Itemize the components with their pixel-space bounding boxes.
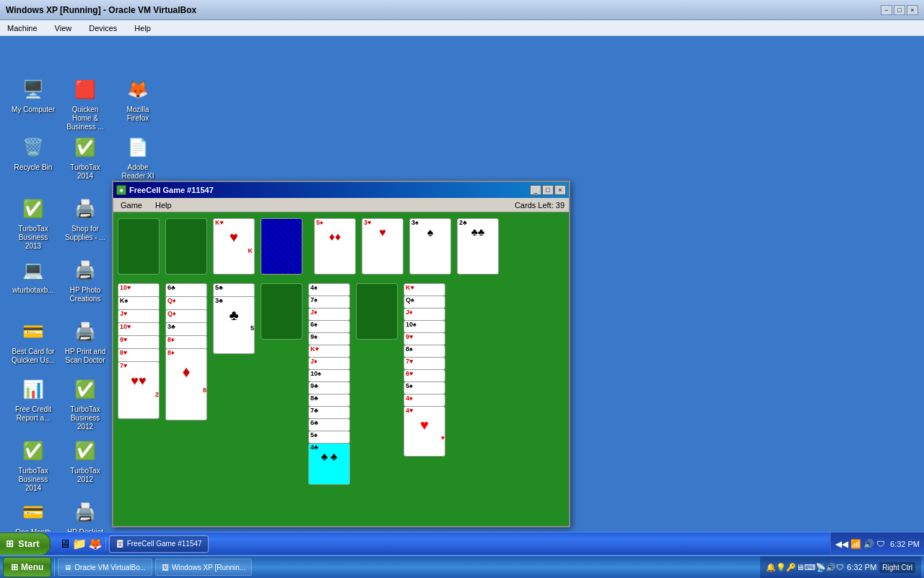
freecell-cell-2[interactable] — [165, 218, 207, 275]
vbox-close-btn[interactable]: × — [907, 5, 918, 15]
desktop-icon-firefox[interactable]: 🦊 Mozilla Firefox — [112, 72, 164, 126]
card-5d[interactable]: 5♦ ♦♦ — [314, 218, 356, 275]
outer-start-btn[interactable]: ⊞ Menu — [3, 557, 51, 577]
col5-card12[interactable]: 6♣ — [308, 418, 350, 431]
col5-card3[interactable]: J♦ — [308, 308, 350, 321]
vbox-menu-machine[interactable]: Machine — [3, 22, 42, 34]
card-3s[interactable]: 3♠ ♠ — [409, 218, 451, 275]
vbox-menu-view[interactable]: View — [51, 22, 77, 34]
col2-card1[interactable]: 6♣ — [165, 283, 207, 298]
right-ctrl-label[interactable]: Right Ctrl — [879, 562, 915, 573]
col5-card13[interactable]: 5♠ — [308, 431, 350, 444]
col2-card4[interactable]: 3♣ — [165, 322, 207, 337]
desktop-icon-bestcard[interactable]: 💳 Best Card for Quicken Us... — [7, 314, 59, 368]
desktop-icon-adobe[interactable]: 📄 Adobe Reader XI — [112, 130, 164, 184]
desktop-icon-my-computer[interactable]: 🖥️ My Computer — [7, 72, 59, 117]
vbox-restore-btn[interactable]: □ — [894, 5, 905, 15]
col7-card9[interactable]: 5♠ — [404, 381, 445, 394]
ql-icon-3[interactable]: 🦊 — [88, 537, 103, 551]
col7-card6[interactable]: 8♠ — [404, 345, 445, 358]
freecell-minimize[interactable]: _ — [530, 185, 541, 195]
ql-icon-1[interactable]: 🖥 — [59, 538, 71, 551]
xp-start-btn[interactable]: ⊞ Start — [0, 532, 51, 556]
start-label: Start — [18, 538, 40, 549]
fc-menu-help[interactable]: Help — [152, 200, 175, 210]
freecell-close[interactable]: × — [554, 185, 566, 195]
desktop-icon-quicken[interactable]: 🟥 Quicken Home & Business ... — [59, 72, 111, 134]
outer-tb-wxp[interactable]: 🖼 Windows XP [Runnin... — [155, 558, 252, 576]
desktop-icon-turbotax12[interactable]: ✅ TurboTax 2012 — [59, 434, 111, 487]
tray-arrows[interactable]: ◀◀ — [835, 539, 848, 549]
col5-card14[interactable]: 4♣♣ ♣ — [308, 443, 350, 485]
freecell-titlebar[interactable]: ♣ FreeCell Game #11547 _ □ × — [113, 182, 569, 198]
freecell-game-area[interactable]: K♥ ♥ K 5♦ ♦♦ 3♥ ♥ 3♠ ♠ — [113, 212, 569, 526]
col2-card2[interactable]: Q♦ — [165, 296, 207, 311]
desktop-icon-hpphoto[interactable]: 🖨️ HP Photo Creations — [59, 253, 111, 306]
col5-card9[interactable]: 9♣ — [308, 381, 350, 394]
col5-card2[interactable]: 7♠ — [308, 296, 350, 309]
desktop-icon-wturbotaxb[interactable]: 💻 wturbotaxb... — [7, 253, 59, 298]
col7-card4[interactable]: 10♠ — [404, 320, 445, 333]
col5-card10[interactable]: 8♣ — [308, 394, 350, 407]
col6-empty[interactable] — [356, 283, 398, 340]
desktop-icon-hpprint[interactable]: 🖨️ HP Print and Scan Doctor — [59, 314, 111, 368]
col1-card4[interactable]: 10♥ — [118, 322, 160, 337]
col7-card3[interactable]: J♦ — [404, 308, 445, 321]
tray-sound[interactable]: 🔊 — [863, 539, 874, 549]
col7-card1[interactable]: K♥ — [404, 283, 445, 296]
desktop-icon-recycle[interactable]: 🗑️ Recycle Bin — [7, 130, 59, 175]
desktop-icon-turbotaxbiz13[interactable]: ✅ TurboTax Business 2013 — [7, 191, 59, 254]
col5-card7[interactable]: J♦ — [308, 357, 350, 370]
desktop-icon-turbotax14[interactable]: ✅ TurboTax 2014 — [59, 130, 111, 184]
col5-card8[interactable]: 10♠ — [308, 369, 350, 382]
ql-icon-2[interactable]: 📁 — [72, 537, 87, 551]
icon-img-turbotaxbiz12: ✅ — [71, 375, 100, 404]
col1-card7[interactable]: 7♥♥♥2 — [118, 361, 160, 419]
icon-img-recycle: 🗑️ — [19, 133, 48, 162]
vbox-minimize-btn[interactable]: − — [881, 5, 892, 15]
col7-card2[interactable]: Q♠ — [404, 296, 445, 309]
col3-card2[interactable]: 3♣♣5 — [213, 296, 255, 354]
tray-security[interactable]: 🛡 — [876, 539, 885, 549]
card-3h[interactable]: 3♥ ♥ — [362, 218, 404, 275]
col7-card10[interactable]: 4♠ — [404, 394, 445, 407]
icon-img-onemonth: 💳 — [19, 498, 48, 527]
desktop-icon-turbotaxbiz12[interactable]: ✅ TurboTax Business 2012 — [59, 372, 111, 434]
col1-card2[interactable]: K♠ — [118, 296, 160, 311]
freecell-restore[interactable]: □ — [542, 185, 554, 195]
col3-card1[interactable]: 5♣ — [213, 283, 255, 298]
desktop-icon-freecredit[interactable]: 📊 Free Credit Report a... — [7, 372, 59, 426]
col5-card5[interactable]: 9♠ — [308, 332, 350, 345]
col2-card5[interactable]: 8♦ — [165, 335, 207, 350]
col4-empty[interactable] — [261, 283, 302, 340]
col1-card3[interactable]: J♥ — [118, 309, 160, 324]
col2-card3[interactable]: Q♦ — [165, 309, 207, 324]
col1-card1[interactable]: 10♥ — [118, 283, 160, 298]
outer-tb-vbox[interactable]: 🖥 Oracle VM VirtualBo... — [58, 558, 152, 576]
col2-card6[interactable]: 8♦♦8 — [165, 348, 207, 420]
col7-card11[interactable]: 4♥♥♥ — [404, 406, 445, 457]
desktop: 🖥️ My Computer 🟥 Quicken Home & Business… — [0, 36, 924, 555]
desktop-icon-shopsupp[interactable]: 🖨️ Shop for Supplies - ... — [59, 191, 111, 245]
vbox-menu-help[interactable]: Help — [130, 22, 155, 34]
col7-card5[interactable]: 9♥ — [404, 332, 445, 345]
col5-card6[interactable]: K♥ — [308, 345, 350, 358]
col7-card7[interactable]: 7♥ — [404, 357, 445, 370]
col5-card11[interactable]: 7♣ — [308, 406, 350, 419]
col1-card6[interactable]: 8♥ — [118, 348, 160, 363]
card-kh[interactable]: K♥ ♥ K — [213, 218, 255, 275]
col7-card8[interactable]: 6♥ — [404, 369, 445, 382]
card-facedown[interactable] — [261, 218, 302, 275]
freecell-window[interactable]: ♣ FreeCell Game #11547 _ □ × Game Help C… — [112, 181, 570, 527]
col5-card4[interactable]: 6♠ — [308, 320, 350, 333]
col1-card5[interactable]: 9♥ — [118, 335, 160, 350]
desktop-icon-turbotax14b[interactable]: ✅ TurboTax Business 2014 — [7, 434, 59, 496]
tray-network[interactable]: 📶 — [850, 539, 861, 549]
freecell-cell-1[interactable] — [118, 218, 160, 275]
card-2c[interactable]: 2♣ ♣♣ — [457, 218, 499, 275]
col5-card1[interactable]: 4♠ — [308, 283, 350, 296]
taskbar-fc-btn[interactable]: 🃏 FreeCell Game #11547 — [109, 535, 209, 553]
fc-menu-game[interactable]: Game — [118, 200, 145, 210]
vbox-menu-devices[interactable]: Devices — [84, 22, 121, 34]
freecell-icon: ♣ — [116, 185, 126, 195]
